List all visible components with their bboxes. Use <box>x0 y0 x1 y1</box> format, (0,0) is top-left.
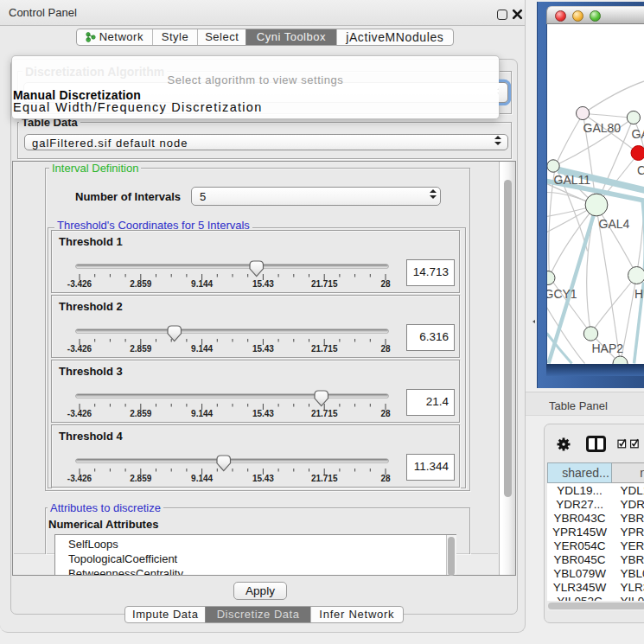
svg-text:GCY1: GCY1 <box>547 286 577 300</box>
svg-text:CY: CY <box>637 163 644 177</box>
svg-text:GAL: GAL <box>632 126 644 140</box>
svg-text:GAL4: GAL4 <box>599 216 630 230</box>
svg-text:GAL80: GAL80 <box>583 121 622 135</box>
svg-text:HAP2: HAP2 <box>592 341 624 355</box>
svg-text:GAL11: GAL11 <box>554 172 591 186</box>
svg-text:HI: HI <box>634 286 644 300</box>
